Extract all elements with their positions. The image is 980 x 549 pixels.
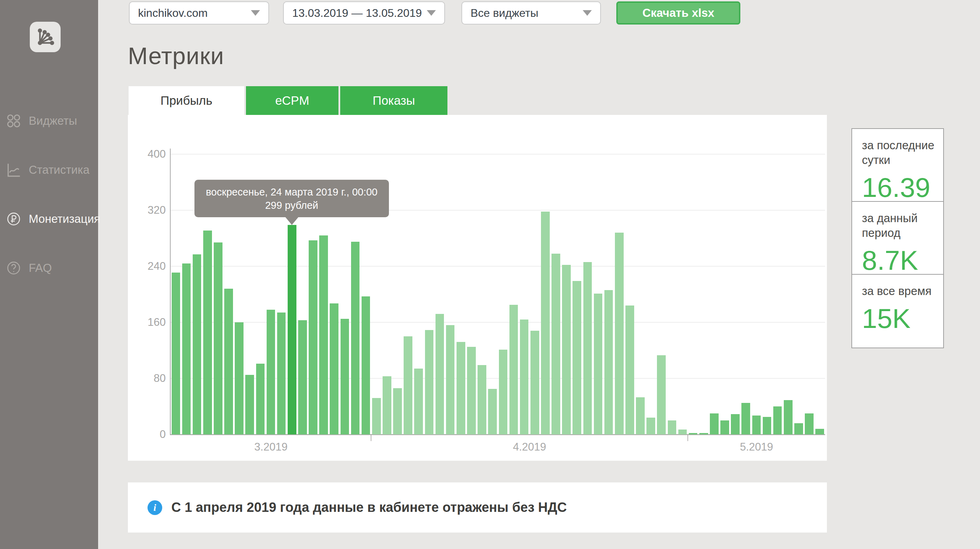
bar[interactable] (245, 375, 254, 434)
sidebar: ВиджетыСтатистикаМонетизацияFAQ (0, 0, 98, 549)
stat-cell: за последние сутки16.39 (852, 129, 943, 202)
bar[interactable] (436, 314, 444, 434)
sidebar-item-faq[interactable]: FAQ (0, 259, 98, 277)
bar[interactable] (689, 433, 698, 434)
bar[interactable] (646, 418, 655, 434)
bar[interactable] (773, 406, 782, 434)
bar[interactable] (636, 397, 645, 434)
stat-label: за все время (862, 284, 940, 299)
chevron-down-icon (427, 10, 436, 16)
bar[interactable] (277, 312, 286, 434)
bar[interactable] (784, 400, 792, 434)
site-selector-dropdown[interactable]: kinchikov.com (129, 2, 269, 24)
bar[interactable] (298, 320, 307, 434)
bar[interactable] (499, 350, 508, 434)
bar[interactable] (573, 281, 581, 434)
chart-tooltip: воскресенье, 24 марта 2019 г., 00:00 299… (194, 180, 389, 217)
y-tick-label: 80 (154, 372, 166, 385)
sidebar-item-виджеты[interactable]: Виджеты (0, 112, 98, 130)
sidebar-item-монетизация[interactable]: Монетизация (0, 210, 98, 228)
bar[interactable] (721, 420, 729, 434)
bar[interactable] (615, 232, 624, 434)
bar[interactable] (625, 306, 634, 434)
notice-text: С 1 апреля 2019 года данные в кабинете о… (171, 500, 567, 515)
bar[interactable] (594, 294, 603, 434)
bar[interactable] (583, 262, 592, 434)
download-xlsx-button[interactable]: Скачать xlsx (616, 2, 740, 24)
app-logo[interactable] (30, 22, 60, 52)
bar[interactable] (541, 212, 550, 434)
stat-value: 16.39 (862, 172, 940, 204)
stat-label: за данный период (862, 211, 940, 240)
bar[interactable] (361, 296, 370, 434)
bar[interactable] (731, 414, 740, 434)
bar[interactable] (404, 336, 412, 434)
tab-ecpm[interactable]: eCPM (246, 86, 339, 115)
bar[interactable] (467, 347, 476, 434)
x-month-label: 5.2019 (740, 441, 773, 454)
bar[interactable] (520, 320, 529, 434)
sidebar-item-label: Монетизация (29, 212, 100, 226)
bar[interactable] (699, 433, 708, 434)
tab-прибыль[interactable]: Прибыль (129, 86, 244, 115)
x-month-label: 3.2019 (255, 441, 288, 454)
tab-показы[interactable]: Показы (340, 86, 447, 115)
x-month-label: 4.2019 (513, 441, 546, 454)
y-tick-label: 0 (160, 428, 166, 441)
bar[interactable] (214, 242, 223, 434)
tooltip-value: 299 рублей (265, 199, 318, 212)
bar[interactable] (657, 355, 666, 434)
bar[interactable] (552, 254, 560, 434)
bar[interactable] (741, 403, 750, 434)
bar[interactable] (393, 388, 402, 434)
date-range-dropdown[interactable]: 13.03.2019 — 13.05.2019 (283, 2, 445, 24)
bar[interactable] (457, 342, 465, 434)
bar[interactable] (351, 242, 360, 434)
bar[interactable] (319, 236, 328, 434)
sidebar-item-label: Статистика (29, 163, 89, 177)
bar[interactable] (805, 414, 814, 434)
bar[interactable] (193, 255, 202, 434)
widget-filter-value: Все виджеты (471, 6, 579, 20)
bar[interactable] (815, 429, 824, 434)
notice-card: i С 1 апреля 2019 года данные в кабинете… (128, 482, 827, 533)
bar[interactable] (477, 365, 486, 434)
chevron-down-icon (583, 10, 592, 16)
bar[interactable] (414, 369, 423, 434)
bar[interactable] (605, 290, 613, 434)
stat-value: 15K (862, 303, 940, 334)
bar[interactable] (267, 310, 275, 434)
bar[interactable] (763, 417, 772, 434)
tooltip-arrow (285, 216, 299, 225)
bar[interactable] (383, 376, 391, 434)
bar[interactable] (340, 319, 349, 434)
bar[interactable] (372, 398, 381, 434)
bar[interactable] (562, 265, 571, 434)
bar[interactable] (488, 389, 497, 434)
bar[interactable] (678, 430, 687, 434)
metric-tabs: ПрибыльeCPMПоказы (129, 86, 447, 115)
widget-filter-dropdown[interactable]: Все виджеты (461, 2, 601, 24)
bar[interactable] (235, 322, 243, 434)
question-circle-icon (6, 261, 21, 275)
bar[interactable] (794, 423, 803, 434)
bar[interactable] (330, 303, 339, 434)
bar[interactable] (182, 263, 191, 434)
bar[interactable] (309, 240, 317, 434)
bar[interactable] (710, 414, 719, 434)
bar[interactable] (668, 420, 676, 434)
bar[interactable] (446, 325, 455, 434)
bar[interactable] (530, 331, 539, 434)
bar[interactable] (224, 289, 233, 434)
y-tick-label: 320 (148, 204, 166, 216)
bar[interactable] (203, 231, 212, 434)
sidebar-item-статистика[interactable]: Статистика (0, 161, 98, 179)
bar[interactable] (425, 330, 434, 434)
date-range-value: 13.03.2019 — 13.05.2019 (292, 6, 423, 20)
bar[interactable] (288, 225, 296, 434)
bar[interactable] (256, 364, 265, 434)
bar[interactable] (752, 415, 761, 434)
bar[interactable] (172, 272, 180, 434)
bar[interactable] (509, 305, 518, 434)
y-tick-label: 160 (148, 316, 166, 329)
